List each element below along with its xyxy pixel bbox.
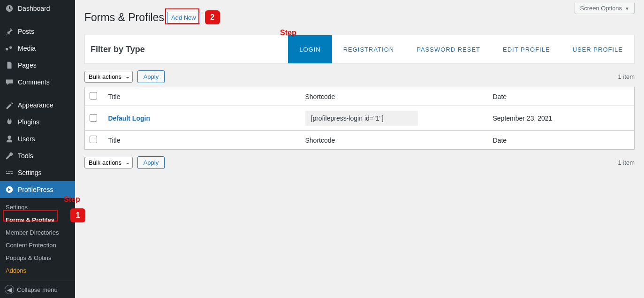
forms-table: Title Shortcode Date Default Login [prof… [84,87,635,150]
row-title-link[interactable]: Default Login [108,115,150,122]
menu-label: Settings [18,169,42,176]
col-date-foot[interactable]: Date [488,131,635,150]
bulk-actions-select[interactable]: Bulk actions [84,71,133,83]
menu-label: Plugins [18,118,39,126]
menu-label: Dashboard [18,5,50,12]
users-icon [5,134,14,144]
pin-icon [5,27,14,36]
tablenav-bottom: Bulk actions Apply 1 item [84,156,635,169]
menu-appearance[interactable]: Appearance [0,93,75,114]
select-all-top[interactable] [90,92,97,99]
tab-user-profile[interactable]: USER PROFILE [561,35,634,63]
col-shortcode: Shortcode [301,87,488,106]
add-new-button[interactable]: Add New [167,12,200,23]
annotation-step2-label: Step [280,29,296,37]
screen-options-toggle[interactable]: Screen Options [575,3,635,14]
table-row: Default Login [profilepress-login id="1"… [85,106,635,131]
menu-users[interactable]: Users [0,130,75,147]
submenu-addons[interactable]: Addons [0,264,75,277]
apply-button-bottom[interactable]: Apply [137,156,165,169]
apply-button-top[interactable]: Apply [137,70,165,83]
menu-label: Users [18,135,35,143]
menu-posts[interactable]: Posts [0,20,75,40]
filter-tabs: LOGIN REGISTRATION PASSWORD RESET EDIT P… [288,35,634,63]
submenu: Settings Forms & Profiles Member Directo… [0,198,75,280]
menu-pages[interactable]: Pages [0,57,75,74]
content-area: Screen Options Forms & Profiles Add New … [75,0,644,298]
page-header: Forms & Profiles Add New 2 Step [84,10,635,24]
tablenav-top: Bulk actions Apply 1 item [84,70,635,83]
submenu-popups[interactable]: Popups & Optins [0,252,75,264]
menu-dashboard[interactable]: Dashboard [0,0,75,17]
col-shortcode-foot: Shortcode [301,131,488,150]
menu-settings[interactable]: Settings [0,164,75,181]
settings-icon [5,168,14,177]
collapse-icon: ◀ [5,285,14,294]
collapse-label: Collapse menu [17,286,58,293]
pages-icon [5,61,14,70]
row-date: September 23, 2021 [488,106,635,131]
row-checkbox[interactable] [90,114,97,122]
profilepress-icon [5,185,14,194]
row-shortcode[interactable]: [profilepress-login id="1"] [305,111,418,126]
tab-password-reset[interactable]: PASSWORD RESET [405,35,492,63]
media-icon [5,44,14,53]
tab-edit-profile[interactable]: EDIT PROFILE [492,35,561,63]
menu-label: Posts [18,28,34,35]
page-title: Forms & Profiles [84,11,164,24]
menu-label: Appearance [18,101,53,109]
annotation-step1-label: Step [64,195,80,204]
tab-registration[interactable]: REGISTRATION [332,35,406,63]
dashboard-icon [5,4,14,13]
plugins-icon [5,117,14,127]
tools-icon [5,151,14,160]
menu-label: Comments [18,78,50,86]
appearance-icon [5,100,14,110]
col-title-foot[interactable]: Title [104,131,301,150]
annotation-step2-badge: 2 [205,10,220,24]
comments-icon [5,77,14,87]
col-date[interactable]: Date [488,87,635,106]
menu-label: ProfilePress [18,186,53,193]
menu-tools[interactable]: Tools [0,147,75,164]
admin-sidebar: Dashboard Posts Media Pages Comments App… [0,0,75,298]
menu-comments[interactable]: Comments [0,74,75,91]
item-count-bottom: 1 item [618,159,635,166]
collapse-menu[interactable]: ◀ Collapse menu [0,281,75,298]
menu-plugins[interactable]: Plugins [0,114,75,130]
item-count-top: 1 item [618,73,635,80]
annotation-step1-badge: 1 [70,208,85,222]
bulk-actions-select-bottom[interactable]: Bulk actions [84,157,133,168]
submenu-member-dir[interactable]: Member Directories [0,226,75,239]
filter-title: Filter by Type [85,36,151,63]
menu-media[interactable]: Media [0,40,75,57]
submenu-content-protection[interactable]: Content Protection [0,239,75,252]
submenu-forms-profiles[interactable]: Forms & Profiles [0,214,75,226]
filter-by-type: Filter by Type LOGIN REGISTRATION PASSWO… [84,35,635,64]
menu-label: Media [18,45,36,52]
select-all-bottom[interactable] [90,136,97,143]
menu-label: Pages [18,61,37,69]
menu-label: Tools [18,152,33,160]
tab-login[interactable]: LOGIN [288,35,332,63]
col-title[interactable]: Title [104,87,301,106]
